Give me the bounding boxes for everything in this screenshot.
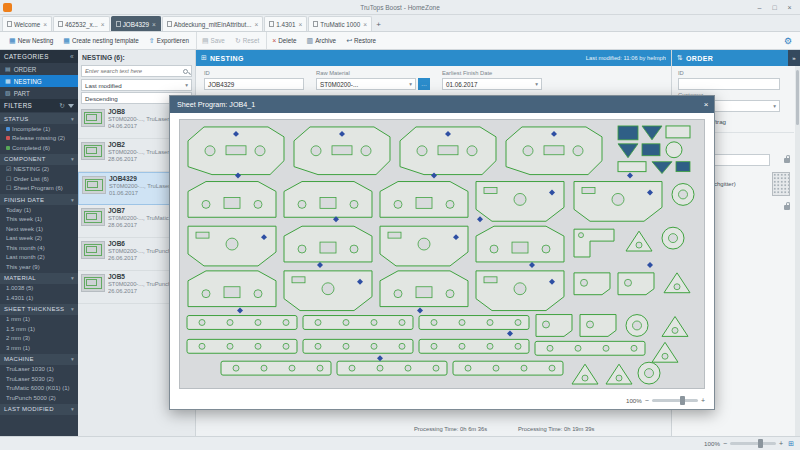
sheet-part[interactable] <box>188 127 284 175</box>
sheet-part[interactable] <box>419 316 529 330</box>
filter-item[interactable]: ☐ Sheet Program (6) <box>0 184 78 194</box>
filter-funnel-icon[interactable] <box>68 104 74 108</box>
sheet-part[interactable] <box>188 226 276 266</box>
filter-item[interactable]: Next week (1) <box>0 224 78 234</box>
tab[interactable]: Abdeckung_mitEinAttribut... × <box>162 16 264 31</box>
filter-item[interactable]: 1 mm (1) <box>0 315 78 325</box>
sheet-part[interactable] <box>638 362 660 384</box>
sheet-part[interactable] <box>476 226 564 262</box>
zoom-in-button[interactable]: + <box>701 397 705 404</box>
tab-close-icon[interactable]: × <box>254 21 258 28</box>
sheet-part[interactable] <box>626 315 648 337</box>
checkbox-icon[interactable]: ☐ <box>6 185 11 191</box>
sheet-part[interactable] <box>476 271 564 311</box>
settings-gear-icon[interactable]: ⚙ <box>780 36 796 46</box>
collapse-sidebar-icon[interactable]: « <box>70 53 74 60</box>
filter-item[interactable]: Release missing (2) <box>0 134 78 144</box>
sheet-part[interactable] <box>337 361 447 375</box>
filter-section-header[interactable]: STATUS ▾ <box>0 113 78 124</box>
sheet-part[interactable] <box>476 182 564 222</box>
sheet-part[interactable] <box>574 182 662 222</box>
chevron-down-icon[interactable]: ▾ <box>773 103 776 109</box>
sheet-svg[interactable] <box>180 120 704 388</box>
slider-thumb[interactable] <box>758 439 763 448</box>
filter-section-header[interactable]: MACHINE ▾ <box>0 354 78 365</box>
browse-button[interactable]: … <box>418 78 430 90</box>
sheet-part[interactable] <box>574 273 610 295</box>
filter-item[interactable]: This week (1) <box>0 215 78 225</box>
filter-item[interactable]: 2 mm (3) <box>0 334 78 344</box>
category-item[interactable]: ▦ NESTING <box>0 75 78 87</box>
dropdown-arrow-icon[interactable]: ▾ <box>535 81 538 87</box>
sheet-part[interactable] <box>187 316 297 330</box>
zoom-in-button[interactable]: + <box>779 440 783 447</box>
tab-close-icon[interactable]: × <box>152 21 156 28</box>
filter-section-header[interactable]: LAST MODIFIED ▾ <box>0 404 78 415</box>
tab[interactable]: JOB4329 × <box>111 16 161 31</box>
toolbar-button[interactable]: ▤ Save <box>196 32 230 49</box>
toolbar-button[interactable]: ⇧ Exportieren <box>144 32 194 49</box>
sheet-part[interactable] <box>672 184 694 206</box>
field-input[interactable]: 01.06.2017 ▾ <box>442 78 542 90</box>
filter-item[interactable]: Today (1) <box>0 205 78 215</box>
dialog-close-button[interactable]: × <box>698 96 714 113</box>
filter-item[interactable]: 1.4301 (1) <box>0 293 78 303</box>
tab[interactable]: 462532_x... × <box>53 16 110 31</box>
sheet-part[interactable] <box>188 271 276 307</box>
sheet-part[interactable] <box>580 315 616 337</box>
sheet-part[interactable] <box>187 339 297 353</box>
toolbar-button[interactable]: × Delete <box>266 32 301 49</box>
sheet-part[interactable] <box>380 226 468 266</box>
toolbar-button[interactable]: ▦ Create nesting template <box>58 32 143 49</box>
sheet-part[interactable] <box>400 127 496 175</box>
close-button[interactable]: × <box>782 4 797 11</box>
filter-item[interactable]: 1.0038 (5) <box>0 284 78 294</box>
filter-item[interactable]: TruPunch 5000 (2) <box>0 393 78 403</box>
sheet-part[interactable] <box>536 315 572 337</box>
filter-item[interactable]: ☐ Order List (6) <box>0 174 78 184</box>
sheet-part[interactable] <box>284 271 372 311</box>
tab[interactable]: 1.4301 × <box>264 16 307 31</box>
filter-item[interactable]: TruLaser 1030 (1) <box>0 365 78 375</box>
filter-item[interactable]: 3 mm (1) <box>0 343 78 353</box>
sheet-part[interactable] <box>284 182 372 218</box>
dropdown-arrow-icon[interactable]: ▾ <box>409 81 412 87</box>
toolbar-button[interactable]: ↻ Reset <box>230 32 264 49</box>
sheet-part[interactable] <box>303 316 413 330</box>
tab[interactable]: TruMatic 1000 × <box>308 16 372 31</box>
toolbar-button[interactable]: ▥ Archive <box>302 32 342 49</box>
sheet-part[interactable] <box>606 364 632 384</box>
zoom-slider[interactable] <box>652 399 698 402</box>
sheet-part[interactable] <box>574 229 614 257</box>
sheet-part[interactable] <box>294 127 390 175</box>
sheet-part[interactable] <box>303 339 413 353</box>
tab[interactable]: Welcome × <box>2 16 52 31</box>
sheet-part[interactable] <box>506 127 602 175</box>
filter-item[interactable]: ☑ NESTING (2) <box>0 165 78 175</box>
filter-section-header[interactable]: SHEET THICKNESS ▾ <box>0 304 78 315</box>
order-id-input[interactable] <box>678 78 780 90</box>
tab-close-icon[interactable]: × <box>363 21 367 28</box>
slider-thumb[interactable] <box>680 396 685 405</box>
sheet-part[interactable] <box>652 342 678 362</box>
order-panel-scrollbar[interactable] <box>795 66 800 436</box>
filter-section-header[interactable]: FINISH DATE ▾ <box>0 194 78 205</box>
sheet-part[interactable] <box>380 271 468 307</box>
scrollbar-thumb[interactable] <box>796 70 799 125</box>
filter-item[interactable]: Last week (2) <box>0 234 78 244</box>
sheet-part[interactable] <box>662 317 688 337</box>
filter-section-header[interactable]: COMPONENT ▾ <box>0 154 78 165</box>
sheet-part[interactable] <box>618 126 690 174</box>
sheet-part[interactable] <box>618 273 654 295</box>
sheet-part[interactable] <box>380 182 468 218</box>
toolbar-button[interactable]: ↩ Restore <box>341 32 381 49</box>
sheet-part[interactable] <box>221 361 331 375</box>
filter-item[interactable]: 1.5 mm (1) <box>0 324 78 334</box>
sheet-part[interactable] <box>535 341 645 355</box>
filter-item[interactable]: Last month (2) <box>0 253 78 263</box>
filter-item[interactable]: Incomplete (1) <box>0 124 78 134</box>
dialog-titlebar[interactable]: Sheet Program: JOB4_1 × <box>170 96 714 113</box>
sheet-part[interactable] <box>284 226 372 262</box>
sheet-part[interactable] <box>419 339 529 353</box>
minimize-button[interactable]: – <box>752 4 767 11</box>
